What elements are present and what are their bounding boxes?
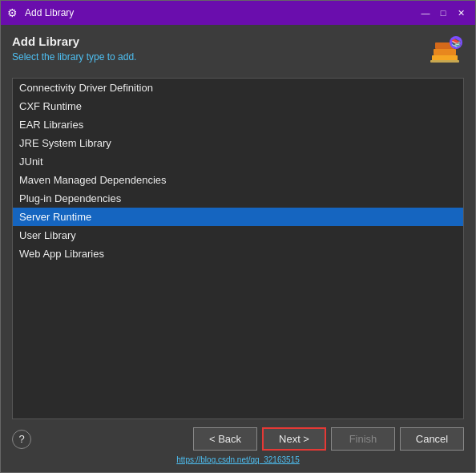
cancel-button[interactable]: Cancel [400,427,464,451]
next-button[interactable]: Next > [262,427,326,451]
library-list[interactable]: Connectivity Driver Definition CXF Runti… [12,78,464,419]
finish-button[interactable]: Finish [331,427,395,451]
title-bar: ⚙ Add Library — □ ✕ [1,1,475,25]
title-bar-controls: — □ ✕ [418,6,469,20]
list-item-server-runtime[interactable]: Server Runtime [13,208,463,226]
list-item[interactable]: Plug-in Dependencies [13,189,463,208]
footer-buttons: < Back Next > Finish Cancel [193,427,464,451]
page-subtitle: Select the library type to add. [12,51,136,63]
list-item[interactable]: EAR Libraries [13,115,463,134]
watermark: https://blog.csdn.net/qq_32163515 [12,454,464,464]
page-title: Add Library [12,34,136,48]
list-item[interactable]: CXF Runtime [13,97,463,115]
list-item[interactable]: JUnit [13,152,463,171]
list-item[interactable]: Connectivity Driver Definition [13,79,463,97]
window-icon: ⚙ [7,6,20,19]
header-text: Add Library Select the library type to a… [12,34,136,63]
window-content: Add Library Select the library type to a… [1,25,475,472]
list-item[interactable]: Maven Managed Dependencies [13,171,463,189]
footer-left: ? [12,430,31,449]
help-button[interactable]: ? [12,430,31,449]
library-icon: 📚 [426,31,464,70]
list-item[interactable]: JRE System Library [13,134,463,152]
list-item[interactable]: User Library [13,226,463,245]
footer: ? < Back Next > Finish Cancel [12,419,464,454]
minimize-button[interactable]: — [418,6,434,20]
list-item[interactable]: Web App Libraries [13,245,463,263]
svg-rect-1 [434,49,456,55]
window-title: Add Library [25,7,418,18]
maximize-button[interactable]: □ [435,6,451,20]
svg-rect-3 [430,60,459,63]
svg-text:📚: 📚 [451,38,462,48]
close-button[interactable]: ✕ [453,6,469,20]
add-library-window: ⚙ Add Library — □ ✕ Add Library Select t… [0,0,476,473]
header-section: Add Library Select the library type to a… [12,34,464,70]
back-button[interactable]: < Back [193,427,257,451]
